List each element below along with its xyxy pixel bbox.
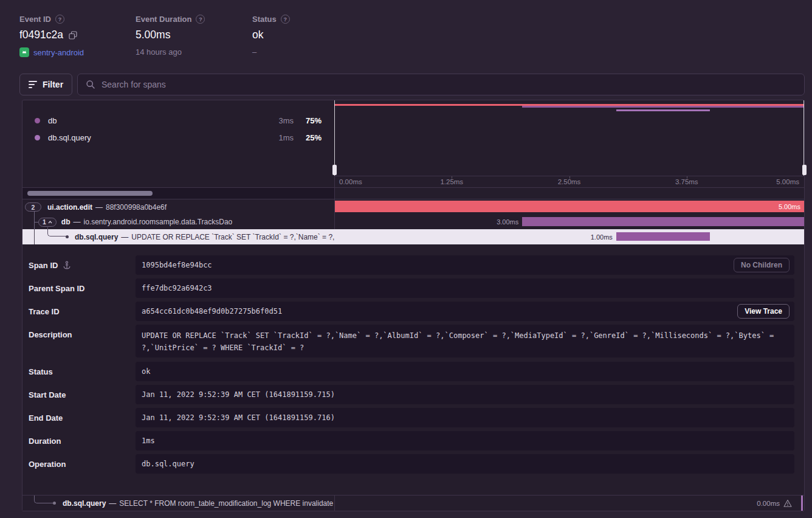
dash-separator: — xyxy=(74,218,81,226)
span-search-bar xyxy=(77,74,805,95)
field-label: Start Date xyxy=(29,390,66,399)
trace-view-panel: db 3ms 75% db.sql.query 1ms 25% 0.00ms 1… xyxy=(22,100,805,511)
tree-elbow-connector xyxy=(34,496,53,503)
legend-duration: 3ms xyxy=(278,116,294,125)
collapse-children-pill[interactable]: 1 xyxy=(38,218,57,227)
event-duration-block: Event Duration ? 5.00ms 14 hours ago xyxy=(136,15,205,57)
detail-row-duration: Duration 1ms xyxy=(29,431,794,451)
filter-button-label: Filter xyxy=(43,80,63,89)
span-row-sibling-db-sql-query[interactable]: db.sql.query — SELECT * FROM room_table_… xyxy=(22,495,804,511)
status-label-text: Status xyxy=(252,15,277,24)
field-label: Status xyxy=(29,367,53,376)
copy-icon[interactable] xyxy=(69,31,77,40)
event-id-label: Event ID ? xyxy=(19,15,84,24)
minimap-right-handle[interactable] xyxy=(802,165,807,175)
dash-separator: — xyxy=(109,499,116,508)
name-timeline-divider xyxy=(334,495,335,511)
project-link[interactable]: sentry-android xyxy=(33,48,84,57)
field-label: Trace ID xyxy=(29,307,60,316)
filter-button[interactable]: Filter xyxy=(19,74,72,95)
span-op: db.sql.query xyxy=(75,233,118,241)
status-field-value: ok xyxy=(136,362,794,381)
dash-separator: — xyxy=(121,233,128,241)
detail-row-parent-span-id: Parent Span ID ffe7dbc92a6942c3 xyxy=(29,278,794,298)
span-bar-db-sql-query[interactable] xyxy=(616,232,710,241)
op-color-dot xyxy=(35,135,40,140)
field-label: Span ID xyxy=(29,261,58,270)
span-description: SELECT * FROM room_table_modification_lo… xyxy=(119,499,333,508)
search-icon xyxy=(86,80,95,89)
start-date-value: Jan 11, 2022 9:52:39 AM CET (1641891159.… xyxy=(136,385,794,404)
span-detail-page: Event ID ? f0491c2a sentry-android Event… xyxy=(0,0,812,518)
scrollbar-thumb[interactable] xyxy=(27,191,153,196)
field-label: Parent Span ID xyxy=(29,284,84,293)
anchor-icon[interactable] xyxy=(63,261,71,269)
legend-item-db[interactable]: db 3ms 75% xyxy=(22,115,334,126)
trace-id-value: a654cc61dc0b48ef9d0b27275b6f0d51 xyxy=(136,302,794,321)
legend-op-label: db xyxy=(48,116,57,125)
tree-node-dot xyxy=(66,235,69,238)
legend-item-db-sql-query[interactable]: db.sql.query 1ms 25% xyxy=(22,132,334,143)
span-row-db-sql-query-selected[interactable]: db.sql.query — UPDATE OR REPLACE `Track`… xyxy=(22,229,804,244)
warning-icon xyxy=(783,499,792,508)
span-op: db.sql.query xyxy=(63,499,106,508)
event-duration-value: 5.00ms xyxy=(136,29,170,41)
search-input[interactable] xyxy=(102,80,796,89)
span-row-ui-action-edit[interactable]: 2 ui.action.edit — 88f300998a0b4e6f 5.00… xyxy=(22,199,804,215)
end-date-value: Jan 11, 2022 9:52:39 AM CET (1641891159.… xyxy=(136,408,794,427)
span-op: ui.action.edit xyxy=(47,203,92,212)
tree-line-vertical xyxy=(34,229,35,244)
no-children-button[interactable]: No Children xyxy=(734,258,790,272)
dash-separator: — xyxy=(95,203,103,212)
status-value: ok xyxy=(252,29,263,41)
chevron-up-icon xyxy=(48,221,52,224)
detail-row-status: Status ok xyxy=(29,362,794,381)
axis-tick-label: 0.00ms xyxy=(339,178,362,185)
children-count-pill[interactable]: 2 xyxy=(25,202,41,212)
field-label: Description xyxy=(29,330,72,339)
op-color-dot xyxy=(35,118,40,123)
detail-row-span-id: Span ID 1095bd4ef8e94bcc No Children xyxy=(29,255,794,275)
detail-row-trace-id: Trace ID a654cc61dc0b48ef9d0b27275b6f0d5… xyxy=(29,302,794,321)
axis-tick-label: 5.00ms xyxy=(776,178,799,185)
field-label: End Date xyxy=(29,413,63,423)
field-label: Duration xyxy=(29,437,61,446)
status-block: Status ? ok – xyxy=(252,15,290,57)
span-tree: 2 ui.action.edit — 88f300998a0b4e6f 5.00… xyxy=(22,199,804,244)
operation-field-value: db.sql.query xyxy=(136,454,794,474)
span-description: UPDATE OR REPLACE `Track` SET `TrackId` … xyxy=(131,233,334,241)
span-description: io.sentry.android.roomsample.data.Tracks… xyxy=(84,218,233,226)
description-value: UPDATE OR REPLACE `Track` SET `TrackId` … xyxy=(136,325,794,354)
legend-duration: 1ms xyxy=(278,133,294,142)
minimap-span-db xyxy=(522,106,804,108)
help-icon[interactable]: ? xyxy=(55,15,64,24)
span-duration-label: 1.00ms xyxy=(591,229,613,244)
view-trace-button[interactable]: View Trace xyxy=(737,304,790,319)
event-id-label-text: Event ID xyxy=(19,15,51,24)
span-row-db[interactable]: 1 db — io.sentry.android.roomsample.data… xyxy=(22,215,804,229)
span-duration-label: 5.00ms xyxy=(779,201,800,212)
tree-elbow-connector xyxy=(47,226,66,237)
help-icon[interactable]: ? xyxy=(196,15,205,24)
axis-tick-label: 3.75ms xyxy=(675,178,698,185)
time-axis: 0.00ms 1.25ms 2.50ms 3.75ms 5.00ms xyxy=(334,176,804,187)
span-duration-label: 3.00ms xyxy=(497,215,518,229)
minimap-left-handle[interactable] xyxy=(332,165,337,175)
tree-line-stub xyxy=(35,222,38,223)
trace-minimap[interactable] xyxy=(334,100,804,176)
field-label: Operation xyxy=(29,460,66,469)
scrollbar-track[interactable] xyxy=(22,188,334,199)
detail-row-start-date: Start Date Jan 11, 2022 9:52:39 AM CET (… xyxy=(29,385,794,404)
event-age: 14 hours ago xyxy=(136,47,182,57)
detail-row-end-date: End Date Jan 11, 2022 9:52:39 AM CET (16… xyxy=(29,408,794,427)
filter-icon xyxy=(29,81,37,88)
help-icon[interactable]: ? xyxy=(281,15,290,24)
span-bar-db[interactable] xyxy=(522,217,804,226)
span-id-value: 1095bd4ef8e94bcc xyxy=(136,255,794,275)
status-sub: – xyxy=(252,47,256,57)
name-column-scroll-band xyxy=(22,187,804,199)
span-bar-ui-action-edit[interactable]: 5.00ms xyxy=(334,201,804,212)
minimap-span-db-sql-query xyxy=(616,109,710,111)
detail-row-operation: Operation db.sql.query xyxy=(29,454,794,474)
event-duration-label-text: Event Duration xyxy=(136,15,191,24)
